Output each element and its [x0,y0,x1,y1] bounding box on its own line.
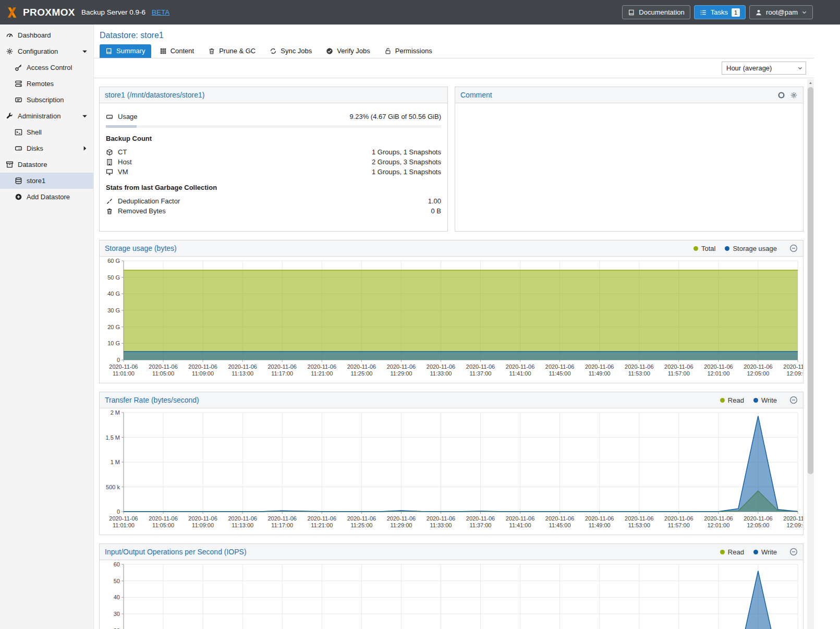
collapse-icon[interactable] [789,548,798,556]
sidebar-item-disks[interactable]: Disks [0,140,93,156]
svg-text:50: 50 [114,578,120,584]
cube-icon [106,149,113,156]
svg-text:0: 0 [117,357,120,363]
svg-text:11:05:00: 11:05:00 [152,522,174,528]
legend-storage-usage[interactable]: Storage usage [725,245,777,252]
svg-text:11:41:00: 11:41:00 [509,522,531,528]
panel-title: Input/Output Operations per Second (IOPS… [105,548,715,556]
legend-dot [720,398,725,403]
sidebar-item-access-control[interactable]: Access Control [0,59,93,76]
svg-text:2020-11-06: 2020-11-06 [308,515,336,522]
terminal-icon [15,128,22,136]
svg-text:2020-11-06: 2020-11-06 [466,364,495,370]
scrollbar-thumb[interactable] [808,87,813,474]
svg-text:11:29:00: 11:29:00 [390,370,412,377]
user-menu-button[interactable]: root@pam [749,5,813,19]
svg-text:11:13:00: 11:13:00 [232,370,253,377]
content-scroll-area: store1 (/mnt/datastores/store1) Usage 9.… [94,78,814,629]
svg-text:2020-11-06: 2020-11-06 [188,515,217,522]
svg-text:2020-11-06: 2020-11-06 [267,515,296,522]
sidebar: Dashboard Configuration Access Control R… [0,25,94,629]
sidebar-item-datastore[interactable]: Datastore [0,156,93,173]
sidebar-item-store1[interactable]: store1 [0,173,93,189]
topbar: PROXMOX Backup Server 0.9-6 BETA Documen… [0,0,840,25]
usage-progress-fill [106,125,137,128]
archive-icon [6,161,14,168]
gears-icon [6,47,14,55]
plus-circle-icon [15,193,22,201]
svg-text:11:33:00: 11:33:00 [430,370,452,377]
legend-dot [725,246,729,251]
grid-icon [160,47,167,55]
svg-text:11:17:00: 11:17:00 [271,522,293,528]
tab-content[interactable]: Content [154,44,200,58]
arrow-up-icon [808,81,813,86]
sidebar-item-administration[interactable]: Administration [0,108,93,124]
server-icon [15,80,22,88]
legend-read[interactable]: Read [720,396,744,404]
legend-write[interactable]: Write [753,548,777,556]
svg-text:2020-11-06: 2020-11-06 [347,515,376,522]
compress-icon [106,198,113,205]
datastore-info-panel: store1 (/mnt/datastores/store1) Usage 9.… [99,87,448,232]
hdd-icon [15,144,22,152]
tab-prune-gc[interactable]: Prune & GC [202,44,261,58]
chevron-down-icon [801,9,807,15]
vertical-scrollbar [807,79,814,629]
svg-text:11:25:00: 11:25:00 [350,522,372,528]
svg-text:12:05:00: 12:05:00 [747,522,769,528]
svg-text:50 G: 50 G [107,274,120,281]
svg-text:10 G: 10 G [107,340,120,346]
svg-text:12:09:00: 12:09:00 [787,370,803,377]
sidebar-item-shell[interactable]: Shell [0,124,93,140]
reload-icon[interactable] [777,91,785,99]
sidebar-item-configuration[interactable]: Configuration [0,43,93,59]
tasks-button[interactable]: Tasks 1 [694,5,746,19]
svg-text:11:01:00: 11:01:00 [113,370,135,377]
timeframe-select[interactable]: Hour (average) [722,62,806,75]
panel-title: store1 (/mnt/datastores/store1) [105,91,442,99]
svg-text:2020-11-06: 2020-11-06 [783,364,803,370]
beta-link[interactable]: BETA [152,8,169,16]
legend-write[interactable]: Write [753,396,777,404]
sidebar-item-dashboard[interactable]: Dashboard [0,27,93,43]
legend-dot [753,398,758,403]
product-version: Backup Server 0.9-6 [81,8,145,16]
svg-text:2020-11-06: 2020-11-06 [506,515,534,522]
topbar-actions: Documentation Tasks 1 root@pam [622,5,813,19]
sidebar-item-add-datastore[interactable]: Add Datastore [0,189,93,205]
tab-verify-jobs[interactable]: Verify Jobs [320,44,376,58]
legend-total[interactable]: Total [693,245,715,252]
svg-text:11:25:00: 11:25:00 [350,370,372,377]
gear-icon[interactable] [790,91,798,99]
caret-down-icon [81,47,89,55]
svg-text:11:53:00: 11:53:00 [628,370,650,377]
svg-text:11:13:00: 11:13:00 [232,522,253,528]
svg-text:11:21:00: 11:21:00 [311,522,333,528]
usage-value: 9.23% (4.67 GiB of 50.56 GiB) [349,113,441,120]
tab-summary[interactable]: Summary [100,44,151,58]
svg-text:2020-11-06: 2020-11-06 [585,364,614,370]
panel-title: Comment [460,91,772,99]
tab-permissions[interactable]: Permissions [379,44,438,58]
collapse-icon[interactable] [789,244,798,252]
scrollbar-up-arrow[interactable] [807,79,814,87]
chart-legend: Read Write [720,396,798,404]
sidebar-item-remotes[interactable]: Remotes [0,76,93,92]
panel-title: Storage usage (bytes) [105,244,688,252]
svg-text:11:21:00: 11:21:00 [311,370,333,377]
caret-right-icon [81,144,89,152]
svg-text:11:41:00: 11:41:00 [509,370,531,377]
sidebar-item-subscription[interactable]: Subscription [0,92,93,108]
svg-text:2020-11-06: 2020-11-06 [347,364,376,370]
sync-icon [270,47,277,55]
tab-sync-jobs[interactable]: Sync Jobs [264,44,318,58]
collapse-icon[interactable] [789,396,798,404]
legend-read[interactable]: Read [720,548,744,556]
chevron-down-icon [797,65,803,71]
svg-text:11:09:00: 11:09:00 [192,522,214,528]
documentation-button[interactable]: Documentation [622,5,690,19]
combo-trigger[interactable] [794,62,806,74]
svg-text:11:37:00: 11:37:00 [469,370,491,377]
svg-text:11:37:00: 11:37:00 [469,522,491,528]
